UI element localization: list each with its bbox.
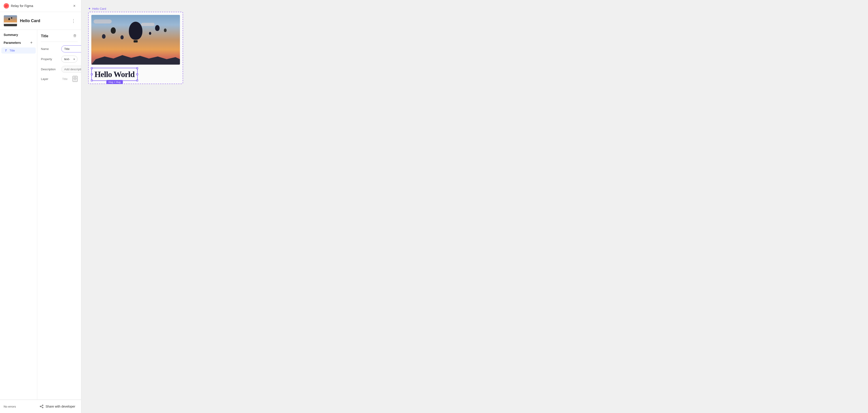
handle-top-right — [136, 67, 138, 69]
component-left: Hello World Hello Card — [4, 15, 40, 26]
crosshair-icon — [73, 76, 77, 81]
thumb-hello-text: Hello World — [7, 24, 13, 25]
svg-line-13 — [41, 406, 42, 406]
description-label: Description — [41, 68, 59, 71]
delete-parameter-button[interactable] — [72, 33, 78, 39]
app-title: Relay for Figma — [11, 4, 33, 8]
layer-value: Title — [61, 77, 70, 81]
left-panel: Relay for Figma × Hello World Hello Card… — [0, 0, 81, 413]
component-name: Hello Card — [20, 19, 40, 23]
canvas-area: ✦ Hello Card — [81, 0, 868, 413]
name-input[interactable] — [61, 45, 81, 53]
balloon-right-2 — [164, 29, 166, 32]
handle-mid-left — [91, 73, 93, 75]
name-label: Name — [41, 47, 59, 51]
cloud-1 — [94, 20, 112, 24]
relay-logo-shape — [4, 4, 8, 7]
canvas-component-label: ✦ Hello Card — [88, 7, 183, 10]
thumb-balloon-1 — [8, 18, 10, 20]
add-parameter-button[interactable]: + — [29, 40, 33, 45]
cloud-2 — [141, 23, 155, 26]
handle-top-left — [91, 67, 93, 69]
parameters-section-header: Parameters + — [0, 38, 37, 47]
balloon-main — [129, 22, 143, 42]
param-item-label: Title — [9, 49, 15, 52]
component-thumbnail: Hello World — [4, 15, 17, 26]
property-select-wrap: text-content visible style ▾ — [61, 56, 78, 63]
description-input[interactable] — [61, 66, 81, 73]
canvas-label-text: Hello Card — [92, 7, 106, 10]
detail-header: Title — [41, 30, 78, 42]
app-container: Relay for Figma × Hello World Hello Card… — [0, 0, 868, 413]
share-developer-button[interactable]: Share with developer — [37, 403, 78, 410]
sky-gradient — [91, 15, 180, 65]
layer-target-button[interactable] — [72, 76, 78, 82]
svg-point-10 — [42, 405, 43, 406]
svg-point-5 — [74, 78, 75, 79]
sidebar-column: Summary Parameters + T Title — [0, 30, 37, 400]
component-indicator-icon: ✦ — [88, 7, 91, 10]
description-field-row: Description — [41, 66, 78, 73]
balloon-main-basket — [133, 40, 138, 42]
share-icon — [39, 405, 43, 409]
balloon-left-2 — [102, 34, 105, 39]
more-options-button[interactable]: ⋮ — [69, 17, 78, 24]
svg-line-14 — [41, 407, 42, 407]
handle-mid-right — [136, 73, 138, 75]
balloon-right-1 — [155, 25, 160, 31]
svg-point-4 — [74, 77, 76, 80]
relay-logo-icon — [4, 3, 9, 8]
canvas-component-wrapper: ✦ Hello Card — [88, 7, 183, 84]
balloon-right-3 — [149, 32, 151, 35]
layer-field-row: Layer Title — [41, 76, 78, 82]
canvas-card: Hello World Hug × Hug — [88, 12, 183, 84]
balloon-center-1-body — [121, 35, 124, 39]
parameters-label: Parameters — [4, 41, 21, 44]
close-button[interactable]: × — [71, 3, 78, 9]
mountain-silhouette — [91, 51, 180, 65]
svg-point-12 — [42, 407, 43, 408]
balloon-left-2-body — [102, 34, 105, 39]
balloon-left-1 — [111, 27, 116, 34]
detail-column: Title Name — [37, 30, 81, 400]
balloon-right-2-body — [164, 29, 166, 32]
summary-section-title: Summary — [0, 30, 37, 38]
component-info-bar: Hello World Hello Card ⋮ — [0, 12, 81, 30]
balloon-center-1 — [121, 35, 124, 39]
hug-badge: Hug × Hug — [106, 80, 123, 84]
header-left: Relay for Figma — [4, 3, 33, 8]
handle-bottom-right — [136, 80, 138, 81]
property-field-row: Property text-content visible style ▾ — [41, 56, 78, 63]
svg-point-11 — [40, 406, 41, 407]
balloon-right-1-body — [155, 25, 160, 31]
two-col-section: Summary Parameters + T Title Title — [0, 30, 81, 400]
layer-label: Layer — [41, 77, 59, 81]
thumb-balloon-2 — [11, 17, 12, 19]
property-select[interactable]: text-content visible style — [61, 56, 78, 63]
panel-header: Relay for Figma × — [0, 0, 81, 12]
balloon-right-3-body — [149, 32, 151, 35]
property-label: Property — [41, 57, 59, 61]
no-errors-label: No errors — [4, 405, 16, 408]
param-item-title[interactable]: T Title — [1, 47, 36, 54]
share-label: Share with developer — [45, 405, 75, 408]
trash-icon — [73, 34, 76, 37]
name-field-row: Name — [41, 45, 78, 53]
panel-footer: No errors Share with developer — [0, 400, 81, 413]
handle-bottom-left — [91, 80, 93, 81]
detail-title: Title — [41, 34, 49, 38]
svg-rect-1 — [74, 34, 75, 35]
card-image-area — [91, 15, 180, 65]
card-text-area: Hello World Hug × Hug — [91, 68, 138, 81]
hello-world-text: Hello World — [94, 70, 134, 79]
balloon-left-1-body — [111, 27, 116, 34]
balloon-main-body — [129, 22, 143, 40]
param-type-icon: T — [4, 49, 8, 52]
thumb-sky — [4, 15, 17, 22]
hello-world-box: Hello World Hug × Hug — [91, 68, 138, 81]
